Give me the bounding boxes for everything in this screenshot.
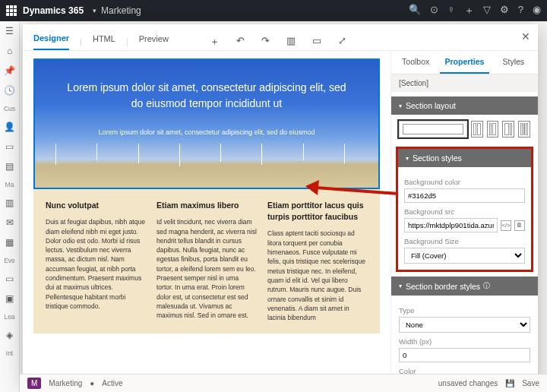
col-text: Duis at feugiat dapibus, nibh atque diam… [46,217,146,311]
menu-icon[interactable]: ☰ [5,26,14,36]
nav-group: Int [6,349,13,357]
search-icon[interactable]: 🔍 [409,4,421,17]
filter-icon[interactable]: ▽ [483,4,491,17]
designer-tabs: Designer | HTML | Preview ＋ ↶ ↷ ▥ ▭ ⤢ [23,24,538,51]
layout-1col[interactable] [399,121,467,138]
bottom-module: Marketing [49,379,82,387]
journey-icon[interactable]: ▦ [5,237,14,248]
expand-icon[interactable]: ⤢ [338,35,346,49]
pin-icon[interactable]: 📌 [4,65,15,76]
tab-html[interactable]: HTML [93,34,115,49]
designer-modal: ✕ Designer | HTML | Preview ＋ ↶ ↷ ▥ ▭ ⤢ … [23,24,538,384]
nav-group: Ma [5,181,14,188]
border-type-label: Type [399,306,530,315]
chevron-down-icon[interactable]: ▾ [93,7,96,14]
border-type-select[interactable]: None [399,317,530,333]
selected-section[interactable]: Section ▦ ✕ Lorem ipsum dolor sit amet, … [33,58,380,189]
col-heading: Etiam porttitor lacus quis turpis portti… [267,200,368,223]
tab-styles[interactable]: Styles [489,51,538,74]
contact-icon[interactable]: ▭ [5,141,14,152]
image-icon[interactable]: ▭ [312,35,321,49]
layout-3col[interactable] [518,121,530,138]
col-text: Id velit tincidunt, nec viverra diam sed… [157,217,257,320]
lead-icon[interactable]: ◈ [6,330,13,340]
nav-group: Cus [4,105,15,112]
left-nav-rail: ☰ ⌂ 📌 🕓 Cus 👤 ▭ ▤ Ma ▥ ✉ ▦ Eve ▭ ▣ Lea ◈… [0,21,20,392]
save-button[interactable]: Save [522,379,539,387]
event-icon[interactable]: ▭ [5,273,14,284]
layout-12[interactable] [487,121,499,138]
nav-group: Eve [4,257,15,264]
close-icon[interactable]: ✕ [521,30,530,43]
selection-crumb: [Section] [391,74,538,92]
tab-properties[interactable]: Properties [440,51,489,74]
bg-color-input[interactable] [404,188,525,203]
border-width-input[interactable] [399,348,530,362]
product-name: Dynamics 365 [23,5,84,16]
tab-toolbox[interactable]: Toolbox [391,51,440,74]
acc-section-layout[interactable]: ▾Section layout [391,96,538,115]
app-launcher-icon[interactable] [6,5,17,16]
properties-panel: Toolbox Properties Styles [Section] ▾Sec… [390,51,538,384]
column: Etiam porttitor lacus quis turpis portti… [267,200,368,323]
nav-group: Lea [4,313,14,321]
layout-21[interactable] [502,121,514,138]
code-icon[interactable]: </> [501,220,511,231]
column: Nunc volutpat Duis at feugiat dapibus, n… [46,200,146,323]
bulb-icon[interactable]: ♀ [447,4,455,17]
bg-src-input[interactable] [404,218,498,232]
browse-icon[interactable]: 🗎 [514,220,525,231]
hero-heading: Lorem ipsum dolor sit amet, consectetur … [65,80,348,112]
hero-subtext: Lorem ipsum dolor sit amet, consectetur … [65,128,348,136]
bg-src-label: Background src [404,207,525,216]
module-name: Marketing [101,5,141,16]
unsaved-text: unsaved changes [438,379,498,387]
redo-icon[interactable]: ↷ [261,35,270,49]
tab-designer[interactable]: Designer [33,33,69,50]
home-icon[interactable]: ⌂ [7,46,12,56]
design-canvas[interactable]: Section ▦ ✕ Lorem ipsum dolor sit amet, … [23,51,390,384]
clock-icon[interactable]: 🕓 [4,85,15,96]
acc-section-styles[interactable]: ▾Section styles [398,149,531,167]
help-icon[interactable]: ? [518,4,523,17]
avatar[interactable]: ◉ [533,4,541,17]
add-icon[interactable]: ＋ [210,35,220,49]
global-nav: Dynamics 365 ▾ Marketing 🔍 ⊙ ♀ ＋ ▽ ⚙ ? ◉ [0,0,547,21]
undo-icon[interactable]: ↶ [236,35,245,49]
tab-preview[interactable]: Preview [139,34,169,49]
column: Etiam maximus libero Id velit tincidunt,… [157,200,257,323]
col-text: Class aptent taciti sociosqu ad litora t… [267,229,368,322]
columns-icon[interactable]: ▥ [286,35,296,49]
calendar-icon[interactable]: ▣ [5,293,14,304]
mail-icon[interactable]: ✉ [6,217,14,228]
segment-icon[interactable]: ▥ [5,198,14,208]
highlighted-section-styles: ▾Section styles Background color Backgro… [396,147,533,272]
bottom-bar: M Marketing ● Active unsaved changes 💾 S… [20,374,547,392]
hero-block: Lorem ipsum dolor sit amet, consectetur … [35,60,378,188]
layout-options [399,121,530,138]
people-icon[interactable]: 👤 [4,122,15,132]
status-dot: ● [90,379,94,387]
layout-2col[interactable] [471,121,483,138]
list-icon[interactable]: ▤ [5,161,14,172]
border-width-label: Width (px) [399,337,530,346]
bg-size-select[interactable]: Fill (Cover) [404,248,525,264]
col-heading: Etiam maximus libero [157,200,257,211]
col-heading: Nunc volutpat [46,200,146,211]
gear-icon[interactable]: ⚙ [500,4,509,17]
bg-color-label: Background color [404,178,525,186]
plus-icon[interactable]: ＋ [464,4,474,17]
acc-border-styles[interactable]: ▾Section border styles ⓘ [391,277,538,296]
save-icon[interactable]: 💾 [505,379,514,387]
bg-size-label: Background Size [404,237,525,245]
top-right-icons: 🔍 ⊙ ♀ ＋ ▽ ⚙ ? ◉ [409,4,541,17]
three-column-section: Nunc volutpat Duis at feugiat dapibus, n… [33,189,380,334]
status-text: Active [102,379,122,387]
assist-icon[interactable]: ⊙ [430,4,438,17]
module-badge[interactable]: M [27,378,41,389]
